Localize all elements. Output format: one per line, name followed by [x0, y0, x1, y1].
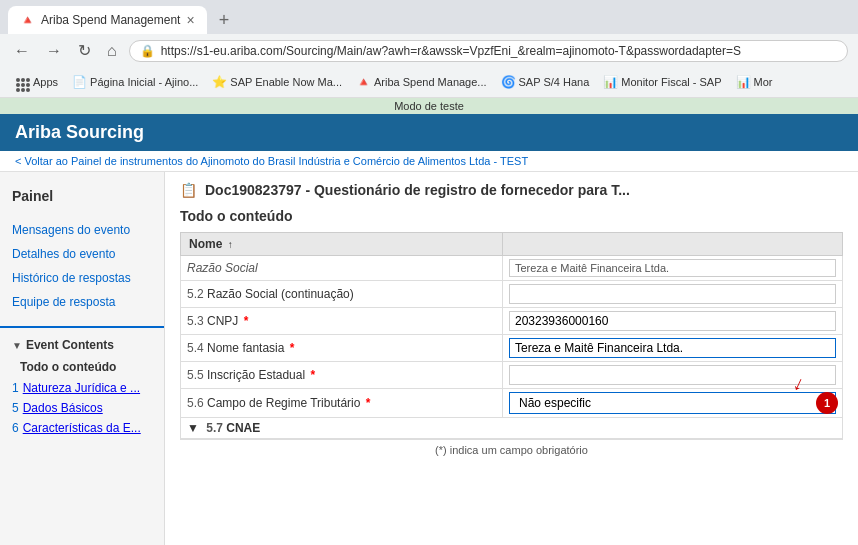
field-label-55: 5.5 Inscrição Estadual * [181, 362, 503, 389]
sidebar-item-equipe[interactable]: Equipe de resposta [0, 290, 164, 314]
annotation-number-1: 1 [816, 392, 838, 414]
table-row: 5.3 CNPJ * [181, 308, 843, 335]
apps-label: Apps [33, 76, 58, 88]
input-cnpj[interactable] [509, 311, 836, 331]
ariba-favicon: 🔺 [356, 75, 371, 89]
sidebar-item-caracteristicas[interactable]: 6 Características da E... [0, 418, 164, 438]
input-razao-social[interactable] [509, 259, 836, 277]
sort-icon: ↑ [228, 239, 233, 250]
field-value-54[interactable] [503, 335, 843, 362]
apps-grid-icon [16, 72, 30, 92]
reload-button[interactable]: ↻ [74, 39, 95, 62]
table-row: 5.5 Inscrição Estadual * [181, 362, 843, 389]
section-title: Todo o conteúdo [180, 208, 843, 224]
data-table: Nome ↑ Razão Social [180, 232, 843, 439]
tab-close-button[interactable]: × [186, 12, 194, 28]
bookmarks-apps[interactable]: Apps [10, 70, 64, 94]
select-regime-tributario[interactable]: Não especific [509, 392, 836, 414]
field-value-56[interactable]: ↓ Não especific 1 [503, 389, 843, 418]
table-row: Razão Social [181, 256, 843, 281]
sidebar-item-mensagens[interactable]: Mensagens do evento [0, 218, 164, 242]
browser-chrome: 🔺 Ariba Spend Management × + ← → ↻ ⌂ 🔒 h… [0, 0, 858, 98]
field-label-54: 5.4 Nome fantasia * [181, 335, 503, 362]
monitor-fiscal-favicon: 📊 [603, 75, 618, 89]
doc-title: 📋 Doc190823797 - Questionário de registr… [180, 182, 843, 198]
ariba-header-title: Ariba Sourcing [15, 122, 144, 142]
field-label-51: Razão Social [181, 256, 503, 281]
breadcrumb[interactable]: < Voltar ao Painel de instrumentos do Aj… [0, 151, 858, 172]
test-mode-text: Modo de teste [394, 100, 464, 112]
required-indicator: * [310, 368, 315, 382]
sidebar-title: Painel [0, 182, 164, 210]
lock-icon: 🔒 [140, 44, 155, 58]
sap-s4-favicon: 🌀 [501, 75, 516, 89]
col-value-header [503, 233, 843, 256]
tab-favicon: 🔺 [20, 13, 35, 27]
main-layout: Painel Mensagens do evento Detalhes do e… [0, 172, 858, 545]
pagina-label: Página Inicial - Ajino... [90, 76, 198, 88]
pagina-favicon: 📄 [72, 75, 87, 89]
new-tab-button[interactable]: + [213, 8, 236, 33]
table-row: 5.6 Campo de Regime Tributário * ↓ Não e… [181, 389, 843, 418]
dropdown-container: ↓ Não especific 1 [509, 392, 836, 414]
sidebar-item-natureza[interactable]: 1 Natureza Jurídica e ... [0, 378, 164, 398]
table-row: 5.2 Razão Social (continuação) [181, 281, 843, 308]
input-inscricao-estadual[interactable] [509, 365, 836, 385]
field-value-51[interactable] [503, 256, 843, 281]
doc-title-text: Doc190823797 - Questionário de registro … [205, 182, 630, 198]
required-indicator: * [244, 314, 249, 328]
sidebar-item-detalhes[interactable]: Detalhes do evento [0, 242, 164, 266]
col-name-header[interactable]: Nome ↑ [181, 233, 503, 256]
footer-note: (*) indica um campo obrigatório [180, 439, 843, 460]
ariba-header: Ariba Sourcing [0, 114, 858, 151]
sidebar: Painel Mensagens do evento Detalhes do e… [0, 172, 165, 545]
field-label-57[interactable]: ▼ 5.7 CNAE [181, 418, 843, 439]
collapse-icon[interactable]: ▼ [187, 421, 199, 435]
required-indicator: * [290, 341, 295, 355]
test-mode-banner: Modo de teste [0, 98, 858, 114]
breadcrumb-link[interactable]: < Voltar ao Painel de instrumentos do Aj… [15, 155, 528, 167]
url-box[interactable]: 🔒 https://s1-eu.ariba.com/Sourcing/Main/… [129, 40, 848, 62]
mor-favicon: 📊 [736, 75, 751, 89]
bookmark-monitor-fiscal[interactable]: 📊 Monitor Fiscal - SAP [597, 73, 727, 91]
required-indicator: * [366, 396, 371, 410]
table-row-cnae: ▼ 5.7 CNAE [181, 418, 843, 439]
tab-bar: 🔺 Ariba Spend Management × + [0, 0, 858, 34]
sidebar-event-contents: ▼ Event Contents Todo o conteúdo 1 Natur… [0, 326, 164, 438]
sap-enable-label: SAP Enable Now Ma... [230, 76, 342, 88]
field-label-52: 5.2 Razão Social (continuação) [181, 281, 503, 308]
bookmark-sap-s4hana[interactable]: 🌀 SAP S/4 Hana [495, 73, 596, 91]
triangle-icon: ▼ [12, 340, 22, 351]
home-button[interactable]: ⌂ [103, 40, 121, 62]
input-razao-social-cont[interactable] [509, 284, 836, 304]
address-bar: ← → ↻ ⌂ 🔒 https://s1-eu.ariba.com/Sourci… [0, 34, 858, 67]
sidebar-nav: Mensagens do evento Detalhes do evento H… [0, 218, 164, 314]
bookmark-mor[interactable]: 📊 Mor [730, 73, 779, 91]
active-tab[interactable]: 🔺 Ariba Spend Management × [8, 6, 207, 34]
field-value-55[interactable] [503, 362, 843, 389]
tab-title: Ariba Spend Management [41, 13, 180, 27]
back-button[interactable]: ← [10, 40, 34, 62]
input-nome-fantasia[interactable] [509, 338, 836, 358]
field-value-52[interactable] [503, 281, 843, 308]
field-value-53[interactable] [503, 308, 843, 335]
ariba-label: Ariba Spend Manage... [374, 76, 487, 88]
url-text: https://s1-eu.ariba.com/Sourcing/Main/aw… [161, 44, 837, 58]
field-label-53: 5.3 CNPJ * [181, 308, 503, 335]
content-area: 📋 Doc190823797 - Questionário de registr… [165, 172, 858, 545]
monitor-fiscal-label: Monitor Fiscal - SAP [621, 76, 721, 88]
bookmark-pagina-inicial[interactable]: 📄 Página Inicial - Ajino... [66, 73, 204, 91]
doc-icon: 📋 [180, 182, 197, 198]
sidebar-item-todo-conteudo[interactable]: Todo o conteúdo [0, 356, 164, 378]
sap-enable-favicon: ⭐ [212, 75, 227, 89]
table-row: 5.4 Nome fantasia * [181, 335, 843, 362]
bookmark-sap-enable-now[interactable]: ⭐ SAP Enable Now Ma... [206, 73, 348, 91]
mor-label: Mor [754, 76, 773, 88]
sap-s4-label: SAP S/4 Hana [519, 76, 590, 88]
forward-button[interactable]: → [42, 40, 66, 62]
field-label-56: 5.6 Campo de Regime Tributário * [181, 389, 503, 418]
bookmarks-bar: Apps 📄 Página Inicial - Ajino... ⭐ SAP E… [0, 67, 858, 98]
sidebar-item-dados-basicos[interactable]: 5 Dados Básicos [0, 398, 164, 418]
sidebar-item-historico[interactable]: Histórico de respostas [0, 266, 164, 290]
bookmark-ariba-spend[interactable]: 🔺 Ariba Spend Manage... [350, 73, 493, 91]
